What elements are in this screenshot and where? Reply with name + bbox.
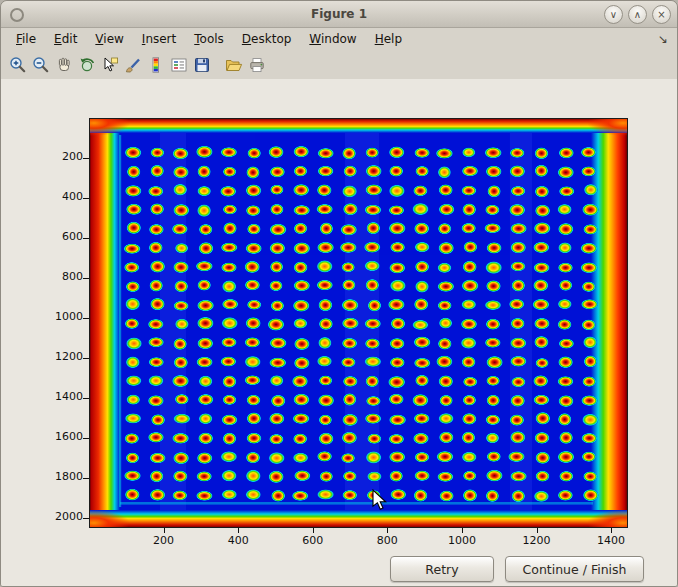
- heat-spot: [127, 165, 141, 178]
- heat-spot: [534, 490, 550, 502]
- heat-spot: [462, 203, 476, 216]
- heat-spot: [343, 471, 357, 482]
- y-tick: [83, 238, 89, 239]
- y-tick: [83, 518, 89, 519]
- heat-spot: [509, 299, 525, 310]
- heat-spot: [245, 184, 261, 197]
- heat-spot: [388, 299, 405, 311]
- heat-spot: [341, 453, 356, 463]
- heat-spot: [245, 489, 261, 500]
- heat-spot: [245, 243, 262, 255]
- heat-spot: [437, 300, 452, 311]
- menu-view[interactable]: View: [88, 30, 130, 48]
- heat-spot: [343, 393, 357, 406]
- heat-spot: [244, 261, 260, 274]
- close-button[interactable]: ×: [652, 5, 671, 24]
- heat-spot: [294, 357, 310, 370]
- window-menu-icon[interactable]: [10, 8, 24, 22]
- heat-spot: [389, 393, 405, 405]
- heat-spot: [535, 470, 550, 482]
- heat-spot: [197, 452, 213, 464]
- menu-window[interactable]: Window: [302, 30, 363, 48]
- menu-file[interactable]: File: [9, 30, 43, 48]
- menu-tools[interactable]: Tools: [187, 30, 231, 48]
- heat-spot: [486, 376, 500, 387]
- figure-canvas[interactable]: Retry Continue / Finish 2004006008001000…: [1, 79, 677, 586]
- legend-icon[interactable]: [167, 53, 190, 77]
- heat-spot: [438, 203, 454, 215]
- heat-spot: [534, 318, 550, 330]
- heat-spot: [268, 146, 284, 159]
- heat-spot: [509, 204, 526, 217]
- heat-spot: [196, 491, 213, 501]
- heat-spot: [461, 279, 479, 292]
- heat-spot: [365, 279, 379, 292]
- rotate-3d-icon[interactable]: [75, 53, 98, 77]
- heat-spot: [150, 489, 166, 501]
- heat-spot: [197, 337, 214, 349]
- maximize-button[interactable]: ∧: [628, 5, 647, 24]
- heat-spot: [246, 412, 261, 425]
- heat-spot: [316, 280, 333, 291]
- heat-spot: [558, 395, 574, 407]
- heat-spot: [341, 431, 357, 444]
- shade-button[interactable]: ∨: [604, 5, 623, 24]
- open-folder-icon[interactable]: [222, 53, 245, 77]
- continue-finish-button[interactable]: Continue / Finish: [505, 556, 644, 582]
- zoom-out-icon[interactable]: [29, 53, 52, 77]
- heat-spot: [533, 279, 549, 292]
- heat-spot: [246, 394, 261, 405]
- heat-spot: [316, 204, 333, 215]
- menu-help[interactable]: Help: [368, 30, 409, 48]
- data-cursor-icon[interactable]: [98, 53, 121, 77]
- heat-spot: [485, 165, 502, 177]
- heat-spot: [439, 490, 454, 502]
- heat-spot: [462, 147, 476, 157]
- heat-spot: [510, 356, 527, 367]
- heat-spot: [222, 375, 237, 388]
- heat-spot: [412, 394, 429, 407]
- menu-edit[interactable]: Edit: [47, 30, 84, 48]
- heat-spot: [584, 184, 598, 196]
- menu-desktop[interactable]: Desktop: [235, 30, 299, 48]
- y-tick-label: 800: [41, 270, 83, 283]
- heat-spot: [316, 260, 333, 273]
- heat-spot: [558, 490, 574, 501]
- plot-area[interactable]: [89, 118, 628, 528]
- y-tick: [83, 278, 89, 279]
- heat-spot: [125, 488, 140, 500]
- pan-hand-icon[interactable]: [52, 53, 75, 77]
- zoom-in-icon[interactable]: [6, 53, 29, 77]
- heat-spot: [364, 260, 380, 271]
- heat-spot: [535, 451, 550, 464]
- heat-spot: [196, 145, 213, 158]
- heat-spot: [389, 165, 404, 177]
- y-tick-label: 1200: [41, 350, 83, 363]
- heat-spot: [582, 281, 596, 292]
- heat-spot: [341, 262, 355, 273]
- heat-spot: [510, 471, 527, 482]
- heat-spot: [197, 317, 214, 330]
- heat-spot: [317, 356, 333, 367]
- heat-spot: [198, 413, 212, 425]
- print-icon[interactable]: [245, 53, 268, 77]
- heat-spot: [436, 451, 454, 463]
- heat-spot: [463, 377, 478, 388]
- menu-insert[interactable]: Insert: [135, 30, 183, 48]
- heat-spot: [221, 470, 237, 482]
- colorbar-icon[interactable]: [144, 53, 167, 77]
- brush-icon[interactable]: [121, 53, 144, 77]
- x-tick: [537, 528, 538, 533]
- save-icon[interactable]: [190, 53, 213, 77]
- heat-spot: [581, 395, 598, 406]
- heat-spot: [173, 204, 190, 217]
- heatmap-image[interactable]: [90, 119, 627, 527]
- heat-spot: [317, 184, 332, 196]
- x-tick: [387, 528, 388, 533]
- retry-button[interactable]: Retry: [390, 556, 494, 582]
- heat-spot: [533, 242, 550, 254]
- dock-figure-icon[interactable]: ↘: [658, 32, 668, 46]
- heat-spot: [245, 279, 261, 290]
- titlebar[interactable]: Figure 1 ∨ ∧ ×: [1, 1, 677, 28]
- heat-spot: [365, 338, 381, 349]
